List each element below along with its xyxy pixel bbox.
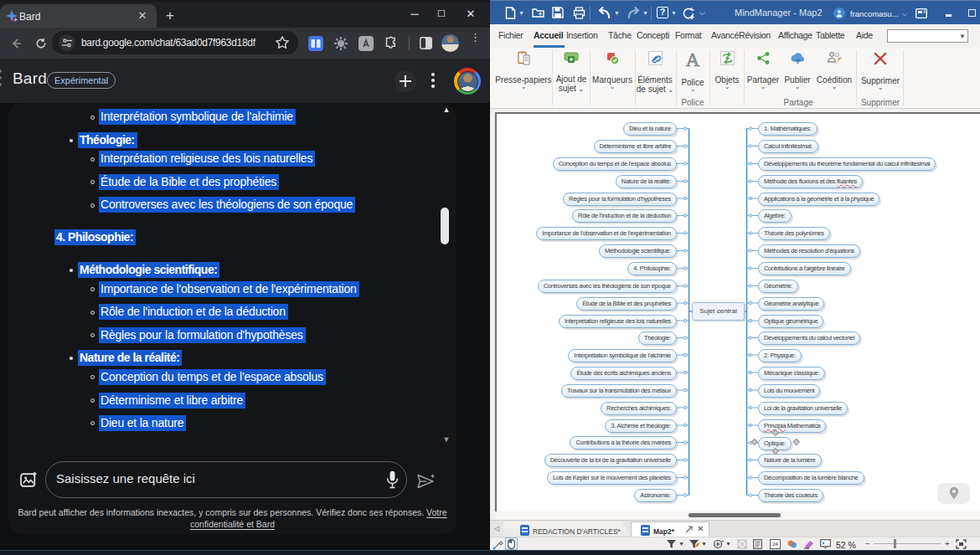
svg-text:A: A bbox=[686, 51, 700, 68]
